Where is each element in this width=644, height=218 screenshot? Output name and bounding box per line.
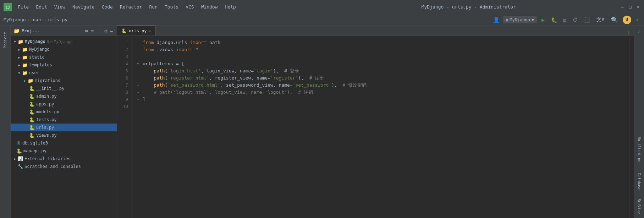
folder-icon-templates: 📁 [22, 62, 28, 68]
python-icon-tests: 🐍 [29, 117, 35, 122]
line-num-3: 3 [120, 53, 128, 60]
line-num-2: 2 [120, 46, 128, 53]
folder-icon-migrations: 📁 [28, 78, 33, 83]
tree-dots-btn[interactable]: ⋮ [96, 27, 102, 34]
tree-label-tests: tests.py [36, 117, 57, 122]
run-config-dropdown[interactable]: ■ MyDjango ▼ [503, 16, 537, 23]
tree-item-views[interactable]: 🐍 views.py [11, 131, 117, 139]
tree-item-db[interactable]: 🗄 db.sqlite3 [11, 139, 117, 147]
menu-bar: File Edit View Navigate Code Refactor Ru… [15, 3, 318, 11]
user-menu-icon[interactable]: 👤 [493, 16, 500, 23]
tree-item-scratches[interactable]: 🔧 Scratches and Consoles [11, 163, 117, 170]
tree-item-admin[interactable]: 🐍 admin.py [11, 92, 117, 100]
project-tab[interactable]: Project [1, 28, 9, 52]
stop-button[interactable]: ⬛ [582, 16, 592, 24]
menu-vcs[interactable]: VCS [183, 3, 197, 11]
tree-item-urls[interactable]: 🐍 urls.py [11, 124, 117, 131]
tree-settings-btn[interactable]: ⚙ [104, 27, 108, 34]
python-icon-models: 🐍 [29, 109, 35, 115]
tree-label-manage: manage.py [23, 148, 46, 153]
tree-label-db: db.sqlite3 [22, 141, 48, 146]
fold-marker-4[interactable]: ▼ [137, 60, 143, 67]
minimize-button[interactable]: — [620, 5, 625, 10]
tree-label-static: static [29, 55, 44, 60]
tree-arrow-user: ▼ [16, 71, 22, 75]
line-num-4: 4 [120, 60, 128, 67]
menu-file[interactable]: File [15, 3, 32, 11]
breadcrumb-urlspy[interactable]: urls.py [48, 17, 68, 22]
menu-run[interactable]: Run [147, 3, 160, 11]
update-icon[interactable]: ⬆ [634, 16, 640, 24]
menu-help[interactable]: Help [222, 3, 239, 11]
folder-icon-mydjango: 📁 [18, 39, 23, 44]
tabs-menu-btn[interactable]: ⋮ [623, 30, 634, 36]
tree-item-user[interactable]: ▼ 📁 user [11, 69, 117, 77]
translate-icon[interactable]: 文A [595, 16, 606, 24]
tree-path-mydjango: D:\MyDjango [47, 39, 73, 44]
scrollbar-vertical[interactable] [629, 36, 634, 218]
run-button[interactable]: ▶ [540, 16, 546, 24]
menu-code[interactable]: Code [99, 3, 116, 11]
database-tab[interactable]: Database [637, 170, 642, 193]
tree-item-mydjango-root[interactable]: ▼ 📁 MyDjango D:\MyDjango [11, 38, 117, 45]
search-button[interactable]: 🔍 [609, 15, 620, 24]
tree-close-btn[interactable]: — [110, 27, 114, 34]
menu-edit[interactable]: Edit [33, 3, 50, 11]
profile-button[interactable]: ⏱ [571, 16, 579, 24]
coverage-button[interactable]: ☑ [562, 16, 568, 24]
svg-text:IJ: IJ [6, 6, 10, 9]
tree-arrow-templates: ▶ [16, 63, 22, 67]
breadcrumb-mydjango[interactable]: MyDjango [4, 17, 26, 22]
menu-refactor[interactable]: Refactor [117, 3, 145, 11]
checkmark-icon: ✓ [638, 28, 640, 34]
tree-collapse-btn[interactable]: ≡ [90, 27, 94, 34]
fold-marker-7[interactable]: – [137, 82, 143, 89]
code-line-9: – ] [137, 96, 623, 103]
tree-item-templates[interactable]: ▶ 📁 templates [11, 61, 117, 69]
line-num-7: 7 [120, 82, 128, 89]
tree-item-apps[interactable]: 🐍 apps.py [11, 100, 117, 108]
folder-icon-mydjango-sub: 📁 [22, 47, 28, 52]
tree-item-manage[interactable]: 🐍 manage.py [11, 147, 117, 155]
breadcrumb-user[interactable]: user [31, 17, 42, 22]
python-icon-urls: 🐍 [29, 125, 35, 130]
notifications-tab[interactable]: Notifications [637, 134, 642, 167]
sciview-tab[interactable]: SciView [637, 196, 642, 217]
line-num-6: 6 [120, 75, 128, 82]
tree-label-migrations: migrations [35, 78, 60, 83]
tree-label-mydjango: MyDjango [25, 39, 45, 44]
user-avatar[interactable]: U [623, 16, 631, 24]
code-line-10 [137, 103, 623, 110]
tree-item-tests[interactable]: 🐍 tests.py [11, 116, 117, 124]
maximize-button[interactable]: □ [628, 5, 633, 10]
tree-item-extlibs[interactable]: ▶ 📊 External Libraries [11, 155, 117, 163]
project-side-tab: Project [0, 26, 11, 218]
menu-tools[interactable]: Tools [162, 3, 181, 11]
fold-marker-8[interactable]: – [137, 89, 143, 96]
tree-item-models[interactable]: 🐍 models.py [11, 108, 117, 116]
close-button[interactable]: ✕ [635, 5, 640, 10]
window-title: MyDjango - urls.py - Administrator [318, 4, 620, 10]
code-area[interactable]: from django.urls import path from .views… [131, 36, 629, 218]
tree-label-views: views.py [36, 133, 57, 138]
tree-arrow-extlibs: ▶ [12, 157, 18, 161]
editor-content: 1 2 3 4 5 6 7 8 9 10 from django.urls im… [117, 36, 634, 218]
tree-item-migrations[interactable]: ▶ 📁 migrations [11, 77, 117, 85]
folder-icon-static: 📁 [22, 55, 28, 60]
tree-item-static[interactable]: ▶ 📁 static [11, 53, 117, 61]
tree-item-init[interactable]: 🐍 __init__.py [11, 85, 117, 92]
tree-arrow-mydjango: ▼ [12, 40, 18, 44]
tree-arrow-mydjango-sub: ▶ [16, 48, 22, 51]
fold-marker-9[interactable]: – [137, 96, 143, 103]
tab-urlspy[interactable]: 🐍 urls.py ✕ [117, 26, 156, 36]
debug-button[interactable]: 🐛 [549, 16, 559, 24]
menu-window[interactable]: Window [198, 3, 221, 11]
db-icon: 🗄 [16, 141, 21, 146]
breadcrumb-bar: MyDjango › user › urls.py 👤 ■ MyDjango ▼… [0, 14, 644, 26]
menu-view[interactable]: View [51, 3, 68, 11]
tab-close-urlspy[interactable]: ✕ [149, 29, 151, 33]
tree-item-mydjango-sub[interactable]: ▶ 📁 MyDjango [11, 45, 117, 53]
menu-navigate[interactable]: Navigate [70, 3, 98, 11]
code-line-1: from django.urls import path [137, 39, 623, 46]
tree-locate-btn[interactable]: ⊕ [84, 27, 88, 34]
